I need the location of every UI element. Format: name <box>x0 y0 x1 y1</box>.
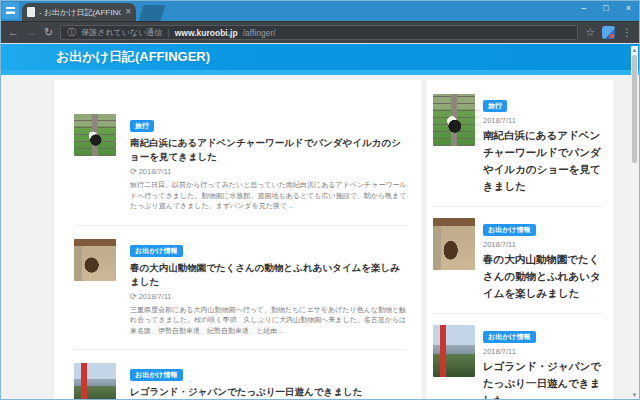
url-separator: | <box>167 28 169 38</box>
window-controls: – □ × <box>581 1 631 16</box>
scrollbar-thumb[interactable] <box>632 55 637 163</box>
security-label: 保護されていない通信 <box>81 27 162 38</box>
article-date: ⟳2018/7/11 <box>130 292 407 301</box>
date-text: 2018/7/11 <box>139 292 172 301</box>
extension-icon[interactable] <box>602 26 615 39</box>
article-title[interactable]: 南紀白浜にあるアドベンチャーワールドでパンダやイルカのショーを見てきました <box>483 127 603 195</box>
sidebar-article[interactable]: お出かけ情報 2018/7/11 春の大内山動物園でたくさんの動物とふれあいタイ… <box>433 218 603 314</box>
category-badge[interactable]: お出かけ情報 <box>130 245 183 257</box>
date-text: 2018/7/11 <box>139 167 172 176</box>
bookmark-star-icon[interactable]: ☆ <box>585 27 595 38</box>
horse-photo-thumbnail[interactable] <box>433 218 475 270</box>
logo-bars-icon <box>6 7 15 14</box>
category-badge[interactable]: お出かけ情報 <box>483 224 536 236</box>
article-date: ⟳2018/7/11 <box>130 167 407 176</box>
maximize-button[interactable]: □ <box>603 4 608 13</box>
article-date: 2018/7/11 <box>483 240 603 249</box>
address-bar[interactable]: ⓘ 保護されていない通信 | www.kuroobi.jp /affinger/ <box>60 25 578 40</box>
legoland-photo-thumbnail[interactable] <box>433 325 475 377</box>
main-article-list: 旅行 南紀白浜にあるアドベンチャーワールドでパンダやイルカのショーを見てきました… <box>54 80 421 399</box>
reload-icon[interactable]: ↻ <box>44 27 53 38</box>
scroll-up-icon[interactable]: ▲ <box>631 47 638 53</box>
page-viewport: お出かけ日記(AFFINGER) 旅行 南紀白浜にあるアドベンチャーワールドでパ… <box>1 43 639 399</box>
article-title[interactable]: 春の大内山動物園でたくさんの動物とふれあいタイムを楽しみました <box>483 251 603 302</box>
browser-logo-icon[interactable] <box>2 2 19 19</box>
article-excerpt: 三重県度会郡にある大内山動物園へ行って、動物たちにエサをあげたり色んな動物と触れ… <box>130 305 407 337</box>
sidebar-article[interactable]: 旅行 2018/7/11 南紀白浜にあるアドベンチャーワールドでパンダやイルカの… <box>433 94 603 207</box>
article-excerpt: 旅行二日目。以前から行ってみたいと思っていた南紀白浜にあるアドベンチャーワールド… <box>130 180 407 212</box>
sidebar-article[interactable]: お出かけ情報 2018/7/11 レゴランド・ジャパンでたっぷり一日遊んできまし… <box>433 325 603 399</box>
close-button[interactable]: × <box>626 4 631 13</box>
browser-tab[interactable]: - お出かけ日記(AFFINGER) × <box>22 3 136 21</box>
browser-toolbar: ← → ↻ ⓘ 保護されていない通信 | www.kuroobi.jp /aff… <box>1 21 639 43</box>
update-date-icon: ⟳ <box>130 167 137 176</box>
page-scrollbar[interactable]: ▲ ▼ <box>631 46 638 399</box>
site-title[interactable]: お出かけ日記(AFFINGER) <box>1 48 210 66</box>
sidebar-article-list: 旅行 2018/7/11 南紀白浜にあるアドベンチャーワールドでパンダやイルカの… <box>427 80 613 399</box>
legoland-photo-thumbnail[interactable] <box>74 363 116 399</box>
category-badge[interactable]: お出かけ情報 <box>483 331 536 343</box>
forward-icon[interactable]: → <box>26 27 37 38</box>
scroll-down-icon[interactable]: ▼ <box>631 392 638 398</box>
article-title[interactable]: 南紀白浜にあるアドベンチャーワールドでパンダやイルカのショーを見てきました <box>130 136 407 164</box>
article-date: 2018/7/11 <box>483 116 603 125</box>
panda-photo-thumbnail[interactable] <box>433 94 475 146</box>
horse-photo-thumbnail[interactable] <box>74 239 116 281</box>
info-icon[interactable]: ⓘ <box>67 28 76 37</box>
page-favicon-icon <box>27 7 35 17</box>
article-item: お出かけ情報 レゴランド・ジャパンでたっぷり一日遊んできました ⟳2018/7/… <box>74 363 407 399</box>
category-badge[interactable]: 旅行 <box>483 100 507 112</box>
panda-photo-thumbnail[interactable] <box>74 114 116 156</box>
url-host: www.kuroobi.jp <box>175 28 238 38</box>
article-title[interactable]: レゴランド・ジャパンでたっぷり一日遊んできました <box>483 358 603 399</box>
article-item: 旅行 南紀白浜にあるアドベンチャーワールドでパンダやイルカのショーを見てきました… <box>74 114 407 226</box>
category-badge[interactable]: 旅行 <box>130 120 154 132</box>
titlebar: - お出かけ日記(AFFINGER) × – □ × <box>1 1 639 21</box>
browser-window: - お出かけ日記(AFFINGER) × – □ × ← → ↻ ⓘ 保護されて… <box>0 0 640 400</box>
article-item: お出かけ情報 春の大内山動物園でたくさんの動物とふれあいタイムを楽しみました ⟳… <box>74 239 407 351</box>
update-date-icon: ⟳ <box>130 292 137 301</box>
url-path: /affinger/ <box>243 28 276 38</box>
back-icon[interactable]: ← <box>8 27 19 38</box>
article-title[interactable]: 春の大内山動物園でたくさんの動物とふれあいタイムを楽しみました <box>130 261 407 289</box>
category-badge[interactable]: お出かけ情報 <box>130 369 183 381</box>
tab-close-icon[interactable]: × <box>125 7 131 17</box>
menu-dots-icon[interactable]: ⋮ <box>622 27 632 38</box>
tab-title: - お出かけ日記(AFFINGER) <box>39 7 121 18</box>
article-date: 2018/7/11 <box>483 347 603 356</box>
site-header: お出かけ日記(AFFINGER) <box>1 44 639 75</box>
new-tab-button[interactable] <box>138 5 165 21</box>
article-title[interactable]: レゴランド・ジャパンでたっぷり一日遊んできました <box>130 385 407 399</box>
minimize-button[interactable]: – <box>581 4 586 13</box>
